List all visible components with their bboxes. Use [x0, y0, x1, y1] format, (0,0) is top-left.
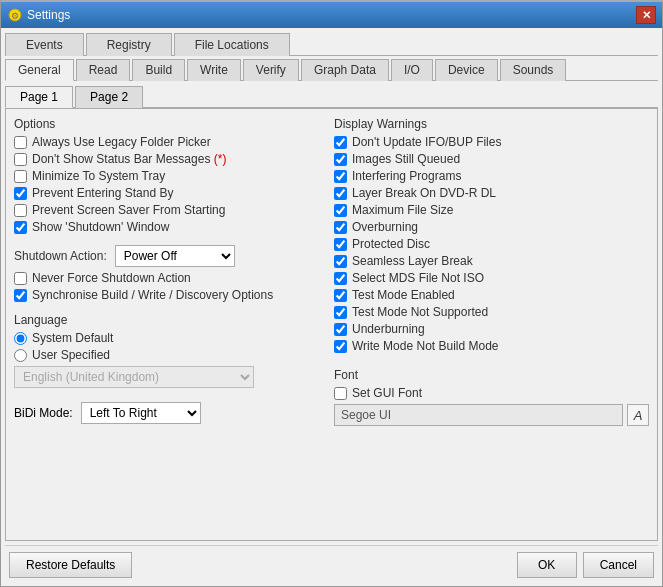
warn-max-file-size: Maximum File Size — [334, 203, 649, 217]
warn-test-mode-not-supported: Test Mode Not Supported — [334, 305, 649, 319]
warn-images-queued-checkbox[interactable] — [334, 153, 347, 166]
synchronise-options: Synchronise Build / Write / Discovery Op… — [14, 288, 324, 302]
display-warnings-section: Display Warnings Don't Update IFO/BUP Fi… — [334, 117, 649, 356]
option-legacy-folder-checkbox[interactable] — [14, 136, 27, 149]
font-input-row: A — [334, 404, 649, 426]
tab-page2[interactable]: Page 2 — [75, 86, 143, 108]
synchronise-options-checkbox[interactable] — [14, 289, 27, 302]
language-label: Language — [14, 313, 324, 327]
never-force-shutdown-label: Never Force Shutdown Action — [32, 271, 191, 285]
warn-write-mode-label: Write Mode Not Build Mode — [352, 339, 499, 353]
tab-graph-data[interactable]: Graph Data — [301, 59, 389, 81]
tab-events[interactable]: Events — [5, 33, 84, 56]
warn-underburning-checkbox[interactable] — [334, 323, 347, 336]
font-label: Font — [334, 368, 649, 382]
bottom-right-buttons: OK Cancel — [517, 552, 654, 578]
restore-defaults-button[interactable]: Restore Defaults — [9, 552, 132, 578]
warn-write-mode-checkbox[interactable] — [334, 340, 347, 353]
svg-text:⚙: ⚙ — [11, 11, 19, 21]
option-prevent-standby-checkbox[interactable] — [14, 187, 27, 200]
warn-test-mode-enabled-label: Test Mode Enabled — [352, 288, 455, 302]
tab-general[interactable]: General — [5, 59, 74, 81]
warn-seamless-layer-checkbox[interactable] — [334, 255, 347, 268]
close-button[interactable]: ✕ — [636, 6, 656, 24]
never-force-shutdown-checkbox[interactable] — [14, 272, 27, 285]
tab-verify[interactable]: Verify — [243, 59, 299, 81]
bidi-label: BiDi Mode: — [14, 406, 73, 420]
option-show-shutdown-checkbox[interactable] — [14, 221, 27, 234]
language-system-default: System Default — [14, 331, 324, 345]
shutdown-action-row: Shutdown Action: Power Off Restart Hiber… — [14, 245, 324, 267]
warn-write-mode: Write Mode Not Build Mode — [334, 339, 649, 353]
window-body: Events Registry File Locations General R… — [1, 28, 662, 586]
option-minimize-tray-checkbox[interactable] — [14, 170, 27, 183]
cancel-button[interactable]: Cancel — [583, 552, 654, 578]
language-system-default-radio[interactable] — [14, 332, 27, 345]
font-picker-button[interactable]: A — [627, 404, 649, 426]
set-gui-font-label: Set GUI Font — [352, 386, 422, 400]
right-column: Display Warnings Don't Update IFO/BUP Fi… — [334, 117, 649, 532]
option-status-bar-checkbox[interactable] — [14, 153, 27, 166]
options-label: Options — [14, 117, 324, 131]
warn-underburning: Underburning — [334, 322, 649, 336]
ok-button[interactable]: OK — [517, 552, 577, 578]
tab-registry[interactable]: Registry — [86, 33, 172, 56]
set-gui-font-item: Set GUI Font — [334, 386, 649, 400]
tab-sounds[interactable]: Sounds — [500, 59, 567, 81]
option-show-shutdown: Show 'Shutdown' Window — [14, 220, 324, 234]
shutdown-action-select[interactable]: Power Off Restart Hibernate Sleep Nothin… — [115, 245, 235, 267]
warn-interfering-checkbox[interactable] — [334, 170, 347, 183]
option-minimize-tray: Minimize To System Tray — [14, 169, 324, 183]
font-value-input[interactable] — [334, 404, 623, 426]
set-gui-font-checkbox[interactable] — [334, 387, 347, 400]
warn-layer-break-label: Layer Break On DVD-R DL — [352, 186, 496, 200]
option-prevent-screensaver-label: Prevent Screen Saver From Starting — [32, 203, 225, 217]
font-section: Font Set GUI Font A — [334, 368, 649, 426]
warn-select-mds: Select MDS File Not ISO — [334, 271, 649, 285]
tab-page1[interactable]: Page 1 — [5, 86, 73, 108]
tab-io[interactable]: I/O — [391, 59, 433, 81]
option-show-shutdown-label: Show 'Shutdown' Window — [32, 220, 169, 234]
warn-images-queued-label: Images Still Queued — [352, 152, 460, 166]
warn-select-mds-label: Select MDS File Not ISO — [352, 271, 484, 285]
warn-ifo-bup-checkbox[interactable] — [334, 136, 347, 149]
warn-layer-break-checkbox[interactable] — [334, 187, 347, 200]
warn-max-file-size-checkbox[interactable] — [334, 204, 347, 217]
tab-file-locations[interactable]: File Locations — [174, 33, 290, 56]
warn-test-mode-not-supported-label: Test Mode Not Supported — [352, 305, 488, 319]
settings-window: ⚙ Settings ✕ Events Registry File Locati… — [0, 0, 663, 587]
language-user-specified-radio[interactable] — [14, 349, 27, 362]
tab-device[interactable]: Device — [435, 59, 498, 81]
page-tab-bar: Page 1 Page 2 — [5, 85, 658, 108]
option-status-bar-label: Don't Show Status Bar Messages (*) — [32, 152, 226, 166]
option-prevent-standby: Prevent Entering Stand By — [14, 186, 324, 200]
language-section: Language System Default User Specified E… — [14, 313, 324, 388]
warn-protected-disc: Protected Disc — [334, 237, 649, 251]
top-tab-bar: Events Registry File Locations — [5, 32, 658, 56]
warn-underburning-label: Underburning — [352, 322, 425, 336]
window-icon: ⚙ — [7, 7, 23, 23]
warn-images-queued: Images Still Queued — [334, 152, 649, 166]
language-system-default-label: System Default — [32, 331, 113, 345]
option-minimize-tray-label: Minimize To System Tray — [32, 169, 165, 183]
tab-read[interactable]: Read — [76, 59, 131, 81]
tab-build[interactable]: Build — [132, 59, 185, 81]
option-prevent-standby-label: Prevent Entering Stand By — [32, 186, 173, 200]
warn-protected-disc-checkbox[interactable] — [334, 238, 347, 251]
shutdown-section: Shutdown Action: Power Off Restart Hiber… — [14, 245, 324, 305]
language-select[interactable]: English (United Kingdom) — [14, 366, 254, 388]
warn-overburning-checkbox[interactable] — [334, 221, 347, 234]
bottom-bar: Restore Defaults OK Cancel — [5, 545, 658, 582]
warn-ifo-bup: Don't Update IFO/BUP Files — [334, 135, 649, 149]
bidi-select[interactable]: Left To Right Right To Left None — [81, 402, 201, 424]
warn-test-mode-not-supported-checkbox[interactable] — [334, 306, 347, 319]
warn-test-mode-enabled-checkbox[interactable] — [334, 289, 347, 302]
warn-overburning: Overburning — [334, 220, 649, 234]
option-prevent-screensaver-checkbox[interactable] — [14, 204, 27, 217]
warn-select-mds-checkbox[interactable] — [334, 272, 347, 285]
option-prevent-screensaver: Prevent Screen Saver From Starting — [14, 203, 324, 217]
bidi-section: BiDi Mode: Left To Right Right To Left N… — [14, 402, 324, 424]
warn-seamless-layer: Seamless Layer Break — [334, 254, 649, 268]
option-status-bar: Don't Show Status Bar Messages (*) — [14, 152, 324, 166]
tab-write[interactable]: Write — [187, 59, 241, 81]
